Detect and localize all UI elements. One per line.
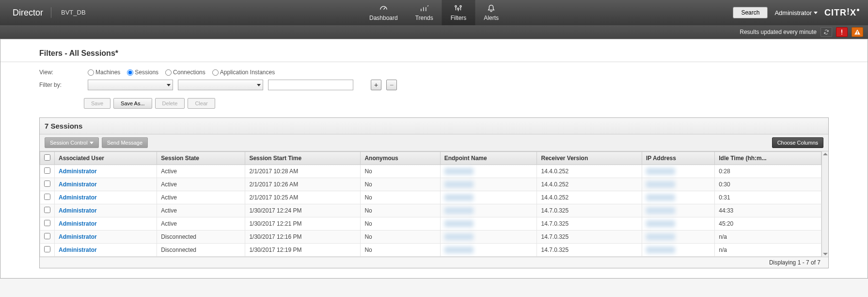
table-row[interactable]: AdministratorActive2/1/2017 10:26 AMNohi…	[40, 178, 821, 191]
table-row[interactable]: AdministratorDisconnected1/30/2017 12:19…	[40, 244, 821, 257]
user-link[interactable]: Administrator	[59, 181, 97, 188]
filter-value-input[interactable]	[268, 80, 353, 90]
row-check-cell	[40, 217, 55, 231]
refresh-button[interactable]	[821, 27, 832, 37]
radio-input[interactable]	[127, 69, 133, 76]
table-header-row: Associated User Session State Session St…	[40, 152, 821, 165]
clear-button[interactable]: Clear	[188, 98, 215, 109]
refresh-icon	[823, 29, 829, 35]
cell-anon: No	[361, 204, 440, 217]
nav-filters[interactable]: Filters	[442, 0, 475, 25]
sessions-panel: 7 Sessions Session Control Send Message …	[39, 117, 829, 268]
row-checkbox[interactable]	[44, 233, 50, 239]
exclaim-icon	[839, 29, 844, 35]
nav-label: Alerts	[484, 15, 499, 21]
redacted-value: hidden	[646, 247, 675, 253]
cell-endpoint: hidden	[440, 204, 537, 217]
user-link[interactable]: Administrator	[59, 207, 97, 214]
page-title: Filters - All Sessions*	[0, 49, 868, 62]
user-link[interactable]: Administrator	[59, 168, 97, 175]
send-message-button[interactable]: Send Message	[102, 137, 148, 148]
svg-rect-5	[857, 31, 858, 33]
col-user[interactable]: Associated User	[55, 152, 157, 165]
save-button[interactable]: Save	[84, 98, 110, 109]
cell-ip: hidden	[642, 231, 714, 244]
user-link[interactable]: Administrator	[59, 194, 97, 201]
nav-label: Dashboard	[369, 15, 398, 21]
select-all-header	[40, 152, 55, 165]
cell-start: 2/1/2017 10:26 AM	[245, 178, 361, 191]
col-anon[interactable]: Anonymous	[361, 152, 440, 165]
view-radio-sessions[interactable]: Sessions	[127, 69, 158, 76]
user-link[interactable]: Administrator	[59, 247, 97, 253]
radio-input[interactable]	[165, 69, 172, 76]
col-state[interactable]: Session State	[157, 152, 245, 165]
row-checkbox[interactable]	[44, 220, 50, 226]
session-control-button[interactable]: Session Control	[45, 137, 99, 148]
select-all-checkbox[interactable]	[44, 154, 50, 161]
col-ip[interactable]: IP Address	[642, 152, 714, 165]
cell-state: Active	[157, 178, 245, 191]
cell-idle: 44:33	[715, 204, 821, 217]
view-radio-machines[interactable]: Machines	[88, 69, 120, 76]
row-checkbox[interactable]	[44, 246, 50, 252]
table-row[interactable]: AdministratorDisconnected1/30/2017 12:16…	[40, 231, 821, 244]
delete-button[interactable]: Delete	[155, 98, 185, 109]
critical-alerts-button[interactable]	[836, 27, 848, 37]
cell-state: Active	[157, 165, 245, 178]
redacted-value: hidden	[444, 233, 473, 240]
user-link[interactable]: Administrator	[59, 233, 97, 240]
view-radio-connections[interactable]: Connections	[165, 69, 205, 76]
user-link[interactable]: Administrator	[59, 220, 97, 227]
filter-operator-combo[interactable]	[178, 80, 263, 90]
remove-filter-button[interactable]: −	[386, 80, 397, 90]
scroll-up-icon	[823, 153, 828, 155]
redacted-value: hidden	[646, 207, 675, 214]
cell-ip: hidden	[642, 217, 714, 231]
user-menu[interactable]: Administrator	[774, 9, 818, 16]
panel-title: 7 Sessions	[45, 122, 823, 130]
view-radio-appinst[interactable]: Application Instances	[212, 69, 275, 76]
col-receiver[interactable]: Receiver Version	[537, 152, 642, 165]
redacted-value: hidden	[646, 168, 675, 175]
table-row[interactable]: AdministratorActive1/30/2017 12:24 PMNoh…	[40, 204, 821, 217]
row-checkbox[interactable]	[44, 181, 50, 187]
redacted-value: hidden	[646, 233, 675, 240]
nav-dashboard[interactable]: Dashboard	[361, 0, 407, 25]
table-row[interactable]: AdministratorActive2/1/2017 10:28 AMNohi…	[40, 165, 821, 178]
saveas-button[interactable]: Save As...	[113, 98, 152, 109]
button-label: Send Message	[107, 140, 142, 146]
panel-footer: Displaying 1 - 7 of 7	[40, 257, 828, 268]
cell-anon: No	[361, 244, 440, 257]
top-bar: Director BVT_DB Dashboard Trends Filters…	[0, 0, 868, 25]
grid-wrap: Associated User Session State Session St…	[40, 151, 828, 257]
row-checkbox[interactable]	[44, 167, 50, 174]
choose-columns-button[interactable]: Choose Columns	[772, 137, 823, 148]
col-endpoint[interactable]: Endpoint Name	[440, 152, 537, 165]
row-checkbox[interactable]	[44, 194, 50, 200]
alerts-icon	[487, 4, 496, 14]
search-button[interactable]: Search	[733, 7, 768, 18]
table-row[interactable]: AdministratorActive2/1/2017 10:25 AMNohi…	[40, 191, 821, 204]
vertical-scrollbar[interactable]	[821, 151, 828, 257]
cell-start: 2/1/2017 10:28 AM	[245, 165, 361, 178]
nav-alerts[interactable]: Alerts	[475, 0, 507, 25]
cell-anon: No	[361, 178, 440, 191]
svg-rect-3	[841, 30, 842, 33]
col-idle[interactable]: Idle Time (hh:m...	[715, 152, 821, 165]
radio-input[interactable]	[212, 69, 219, 76]
main-nav: Dashboard Trends Filters Alerts	[361, 0, 507, 25]
col-start[interactable]: Session Start Time	[245, 152, 361, 165]
add-filter-button[interactable]: +	[371, 80, 381, 90]
filter-field-combo[interactable]	[88, 80, 173, 90]
cell-idle: 45:20	[715, 217, 821, 231]
table-row[interactable]: AdministratorActive1/30/2017 12:21 PMNoh…	[40, 217, 821, 231]
warning-alerts-button[interactable]	[852, 27, 863, 37]
radio-input[interactable]	[88, 69, 94, 76]
cell-start: 1/30/2017 12:24 PM	[245, 204, 361, 217]
cell-idle: n/a	[715, 231, 821, 244]
nav-trends[interactable]: Trends	[407, 0, 442, 25]
view-row: View: MachinesSessionsConnectionsApplica…	[0, 67, 868, 78]
nav-label: Trends	[415, 15, 433, 21]
row-checkbox[interactable]	[44, 207, 50, 213]
